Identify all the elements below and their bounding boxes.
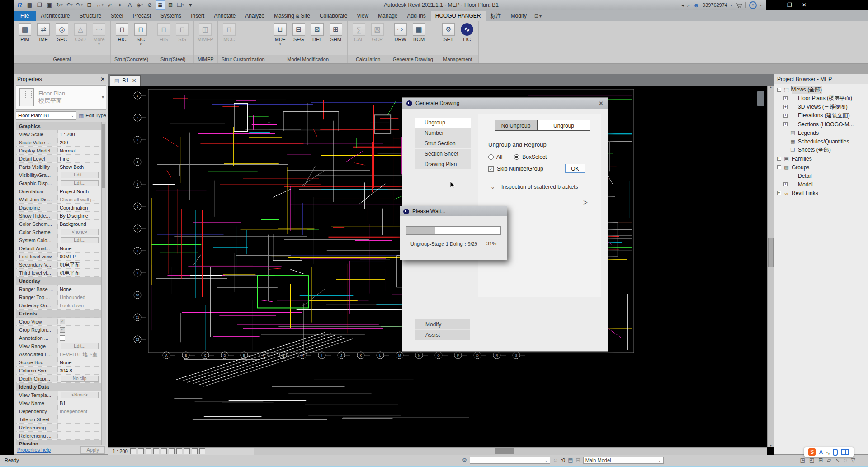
scroll-up-icon[interactable]: ▲ bbox=[769, 86, 773, 89]
property-value-scope-box[interactable]: None bbox=[58, 358, 106, 366]
property-value-view-templa[interactable]: <None> bbox=[58, 391, 106, 399]
design-options-icon[interactable]: ▤ bbox=[568, 457, 573, 463]
type-selector-dropdown-icon[interactable]: ▾ bbox=[102, 95, 104, 100]
section-icon[interactable]: ⊘ bbox=[146, 1, 154, 9]
edit-type-button[interactable]: ▦ Edit Type bbox=[79, 112, 106, 119]
property-value-associated-l[interactable]: LEVELB1 地下室 bbox=[58, 350, 106, 358]
property-checkbox[interactable]: ✓ bbox=[60, 319, 65, 324]
tab-insert[interactable]: Insert bbox=[186, 11, 209, 21]
scrollbar-thumb[interactable] bbox=[495, 448, 514, 454]
property-value-third-level-vi[interactable]: 机电平面 bbox=[58, 269, 106, 276]
tab-item[interactable]: 标注 bbox=[486, 11, 506, 21]
worksets-icon[interactable]: ⚙ bbox=[462, 457, 467, 463]
shadows-icon[interactable] bbox=[146, 448, 151, 454]
expand-icon[interactable]: + bbox=[783, 122, 788, 126]
property-value-secondary-v[interactable]: 机电平面 bbox=[58, 261, 106, 268]
autodesk-store-icon[interactable] bbox=[736, 2, 742, 8]
default-3d-view-icon[interactable]: ◈▾ bbox=[136, 1, 144, 9]
tree-item-floor-plans[interactable]: +Floor Plans (楼层平面) bbox=[774, 94, 868, 103]
property-checkbox[interactable] bbox=[60, 335, 65, 341]
radio-all[interactable]: All bbox=[488, 154, 502, 160]
dialog-assist-item[interactable]: Assist bbox=[415, 330, 470, 340]
save-icon[interactable]: ▣ bbox=[45, 1, 54, 9]
scrollbar-thumb[interactable] bbox=[102, 124, 105, 188]
switch-windows-icon[interactable]: ❏▾ bbox=[176, 1, 185, 9]
select-by-face-icon[interactable]: ▱ bbox=[827, 457, 831, 463]
thin-lines-icon[interactable]: ≣ bbox=[156, 0, 165, 10]
property-value-dependency[interactable]: Independent bbox=[58, 407, 106, 415]
property-value-show-hidde[interactable]: By Discipline bbox=[58, 212, 106, 219]
tab-massing-site[interactable]: Massing & Site bbox=[269, 11, 315, 21]
section-header-graphics[interactable]: Graphics∧ bbox=[16, 122, 106, 130]
property-value-wall-join-dis[interactable]: Clean all wall j... bbox=[58, 195, 106, 203]
sync-with-central-icon[interactable]: ↻▾ bbox=[55, 1, 64, 9]
sun-path-icon[interactable] bbox=[138, 448, 144, 454]
tree-item-elevations[interactable]: +Elevations (建筑立面) bbox=[774, 111, 868, 120]
property-value-view-name[interactable]: B1 bbox=[58, 399, 106, 407]
crop-region-icon[interactable] bbox=[161, 448, 167, 454]
vertical-scrollbar[interactable]: ▲ ▼ bbox=[767, 86, 774, 447]
property-value-view-scale[interactable]: 1 : 200 bbox=[58, 130, 106, 138]
property-edit-button[interactable]: <none> bbox=[61, 229, 99, 235]
property-value-scale-value[interactable]: 200 bbox=[58, 138, 106, 146]
expand-icon[interactable]: + bbox=[783, 105, 788, 109]
tab-steel[interactable]: Steel bbox=[106, 11, 127, 21]
property-value-color-schem[interactable]: Background bbox=[58, 220, 106, 228]
tree-item-revit-links[interactable]: +∞Revit Links bbox=[774, 189, 868, 197]
sogou-logo-icon[interactable]: S bbox=[808, 448, 816, 456]
property-value-detail-level[interactable]: Fine bbox=[58, 155, 106, 162]
radio-all-icon[interactable] bbox=[488, 154, 494, 160]
expand-icon[interactable]: + bbox=[777, 157, 781, 161]
dialog-menu-drawing-plan[interactable]: Drawing Plan bbox=[415, 159, 471, 170]
property-edit-button[interactable]: Edit... bbox=[61, 237, 99, 243]
filter-icon[interactable]: ▽ bbox=[851, 457, 855, 463]
tree-item-detail[interactable]: Detail bbox=[774, 172, 868, 180]
tab-systems[interactable]: Systems bbox=[156, 11, 186, 21]
expand-icon[interactable]: + bbox=[783, 114, 788, 118]
visual-style-icon[interactable] bbox=[130, 448, 136, 454]
property-value-crop-region[interactable]: ✓ bbox=[58, 326, 106, 334]
tab-collaborate[interactable]: Collaborate bbox=[315, 11, 352, 21]
property-edit-button[interactable]: Edit... bbox=[61, 172, 99, 178]
properties-scrollbar[interactable] bbox=[101, 122, 106, 445]
ribbon-button-lic[interactable]: ∿LIC bbox=[458, 22, 476, 46]
undo-icon[interactable]: ↶▾ bbox=[65, 1, 74, 9]
property-value-system-colo[interactable]: Edit... bbox=[58, 236, 106, 244]
tree-item-model[interactable]: +Model bbox=[774, 180, 868, 189]
open-icon[interactable]: ❐ bbox=[35, 1, 44, 9]
expand-icon[interactable]: + bbox=[783, 182, 788, 186]
ime-punctuation-icon[interactable]: ·, bbox=[826, 449, 830, 455]
property-value-title-on-sheet[interactable] bbox=[58, 415, 106, 423]
property-value-column-sym[interactable]: 304.8 bbox=[58, 367, 106, 374]
property-value-referencing[interactable] bbox=[58, 424, 106, 431]
apply-button[interactable]: Apply bbox=[80, 446, 105, 454]
section-header-underlay[interactable]: Underlay∧ bbox=[16, 277, 106, 285]
ok-button[interactable]: OK bbox=[565, 164, 585, 173]
user-dropdown-icon[interactable]: ▾ bbox=[731, 3, 732, 7]
skip-numbergroup-checkbox[interactable]: ✓ Skip NumberGroup bbox=[488, 166, 543, 172]
text-icon[interactable]: A bbox=[126, 1, 134, 9]
close-inactive-windows-icon[interactable]: ⊠ bbox=[166, 1, 175, 9]
property-value-view-range[interactable]: Edit... bbox=[58, 342, 106, 350]
property-value-depth-clippi[interactable]: No clip bbox=[58, 375, 106, 382]
ribbon-button-sec[interactable]: ◎SEC bbox=[53, 22, 71, 46]
property-value-display-model[interactable]: Normal bbox=[58, 147, 106, 154]
ribbon-button-del[interactable]: ⊠DEL bbox=[308, 22, 326, 46]
design-options-combo[interactable]: Main Model ⌄ bbox=[583, 457, 664, 464]
collapse-arrow-icon[interactable]: ◂ bbox=[682, 2, 684, 8]
ribbon-button-seg[interactable]: ⊟SEG bbox=[290, 22, 308, 46]
property-checkbox[interactable]: ✓ bbox=[60, 327, 65, 333]
aligned-dimension-icon[interactable]: ⇗ bbox=[106, 1, 114, 9]
tree-item-families[interactable]: +▣Families bbox=[774, 154, 868, 163]
property-edit-button[interactable]: No clip bbox=[61, 376, 99, 382]
radio-boxselect[interactable]: BoxSelect bbox=[514, 154, 547, 160]
inspection-expander[interactable]: ⌄ Inspection of scattered brackets bbox=[491, 184, 578, 190]
ribbon-button-imf[interactable]: ⇄IMF bbox=[34, 22, 52, 46]
tab-file[interactable]: File bbox=[14, 11, 36, 21]
no-ungroup-button[interactable]: No Ungroup bbox=[495, 120, 537, 131]
tree-item-sections-hoogo-m[interactable]: +Sections (HOOGO-M... bbox=[774, 120, 868, 129]
property-value-graphic-disp[interactable]: Edit... bbox=[58, 179, 106, 187]
property-edit-button[interactable]: <None> bbox=[61, 392, 99, 398]
exclude-links-icon[interactable]: ◳ bbox=[800, 457, 805, 463]
ime-microphone-icon[interactable] bbox=[833, 449, 838, 456]
